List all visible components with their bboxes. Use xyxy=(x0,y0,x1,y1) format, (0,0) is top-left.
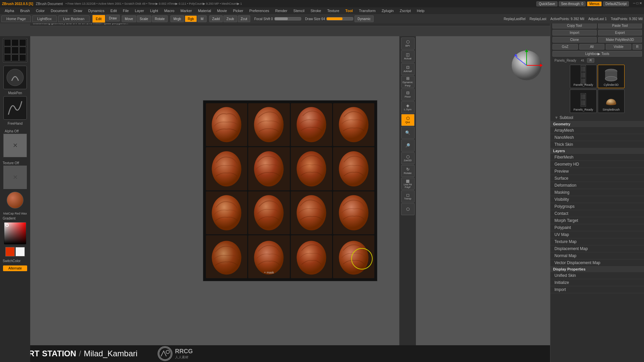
menu-picker[interactable]: Picker xyxy=(230,8,246,13)
clone-btn[interactable]: Clone xyxy=(552,37,597,43)
cylinder3d-thumb[interactable]: Cylinder3D xyxy=(598,65,625,88)
displayproperties-item[interactable]: Display Properties xyxy=(550,266,644,272)
m-btn[interactable]: M xyxy=(198,15,206,22)
menu-tool[interactable]: Tool xyxy=(343,8,356,13)
surface-item[interactable]: Surface xyxy=(550,175,644,182)
goz-btn[interactable]: GoZ xyxy=(552,44,578,50)
floor-btn[interactable]: ⊟ Floor xyxy=(401,88,415,101)
zsub-btn[interactable]: Zsub xyxy=(223,15,237,22)
menu-material[interactable]: Material xyxy=(195,8,214,13)
nanomesh-item[interactable]: NanoMesh xyxy=(550,134,644,141)
bpr-btn[interactable]: ⬡ BPr xyxy=(401,38,415,50)
copy-tool-btn[interactable]: Copy Tool xyxy=(552,23,597,28)
all-btn[interactable]: All xyxy=(579,44,605,50)
alternate-btn[interactable]: Alternate xyxy=(3,265,27,271)
menu-help[interactable]: Help xyxy=(414,8,427,13)
menus-btn[interactable]: Menus xyxy=(587,1,602,6)
menu-zplugin[interactable]: Zplugin xyxy=(379,8,396,13)
initialize-item[interactable]: Initialize xyxy=(550,279,644,286)
contact-item[interactable]: Contact xyxy=(550,210,644,217)
brush-preview-grid[interactable] xyxy=(3,38,27,62)
search-icon-btn[interactable]: 🔍 xyxy=(401,127,415,139)
freehand-brush[interactable] xyxy=(3,96,27,120)
maskpen-brush[interactable] xyxy=(3,66,27,89)
lsym-btn[interactable]: ◈ L.Sym xyxy=(401,101,415,113)
menu-light[interactable]: Light xyxy=(148,8,161,13)
menu-transform[interactable]: Transform xyxy=(356,8,378,13)
menu-brush[interactable]: Brush xyxy=(17,8,33,13)
r-panels-btn[interactable]: R xyxy=(587,58,594,63)
thickskin-item[interactable]: Thick Skin xyxy=(550,141,644,148)
menu-layer[interactable]: Layer xyxy=(132,8,147,13)
polypaint-item[interactable]: Polypaint xyxy=(550,224,644,231)
arraymesh-item[interactable]: ArrayMesh xyxy=(550,127,644,134)
deformation-item[interactable]: Deformation xyxy=(550,182,644,189)
menu-draw[interactable]: Draw xyxy=(71,8,85,13)
aahalf-btn[interactable]: ⊡ AAHalf xyxy=(401,63,415,75)
visibility-item[interactable]: Visibility xyxy=(550,196,644,203)
import2-item[interactable]: Import xyxy=(550,286,644,293)
bottom-icon-btn[interactable]: ⬡ xyxy=(401,203,415,215)
subtool-item[interactable]: ▼ Subtool xyxy=(550,114,644,121)
export-btn[interactable]: Export xyxy=(598,30,642,36)
actual-btn[interactable]: ◫ Actual xyxy=(401,50,415,62)
dynamic-btn[interactable]: Dynamic xyxy=(355,15,374,22)
replay-last-rel[interactable]: ReplayLastRel xyxy=(504,17,526,21)
mrgb-btn[interactable]: Mrgb xyxy=(170,15,184,22)
paste-tool-btn[interactable]: Paste Tool xyxy=(598,23,642,28)
menu-document[interactable]: Document xyxy=(48,8,70,13)
zadd-btn[interactable]: Zadd xyxy=(209,15,223,22)
geometry-item[interactable]: Geometry xyxy=(550,121,644,127)
see-through-btn[interactable]: See-through: 0 xyxy=(559,1,586,6)
texture-thumb[interactable]: ✕ xyxy=(3,166,27,189)
draw-btn[interactable]: Draw xyxy=(106,15,120,21)
make-polymesh-btn[interactable]: Make PolyMesh3D xyxy=(598,37,642,43)
menu-edit[interactable]: Edit xyxy=(108,8,119,13)
rotate-icon-btn[interactable]: ↻ Rotate xyxy=(401,165,415,177)
menu-stencil[interactable]: Stencil xyxy=(291,8,307,13)
fibermesh-item[interactable]: FiberMesh xyxy=(550,154,644,161)
menu-dynamics[interactable]: Dynamics xyxy=(86,8,107,13)
search2-icon-btn[interactable]: 🔎 xyxy=(401,139,415,152)
swatch-white[interactable] xyxy=(15,247,25,256)
zcut-btn[interactable]: Zcut xyxy=(238,15,250,22)
panels-ready-thumb[interactable]: Panels_Ready xyxy=(570,65,597,88)
preview-item[interactable]: Preview xyxy=(550,168,644,175)
vectordisplacementmap-item[interactable]: Vector Displacement Map xyxy=(550,259,644,266)
qvz-btn[interactable]: ⬡ Qvz xyxy=(401,114,415,126)
uvmap-item[interactable]: UV Map xyxy=(550,231,644,238)
scale-btn[interactable]: Scale xyxy=(137,15,151,22)
linefill-btn[interactable]: ▦ Line Fill PolyF xyxy=(401,178,415,190)
transp-btn[interactable]: ◻ Transp xyxy=(401,190,415,202)
unifiedskin-item[interactable]: Unified Skin xyxy=(550,272,644,279)
dynamic-perp-btn[interactable]: ⊞ Dynamic Perp xyxy=(401,76,415,88)
edit-btn[interactable]: Edit xyxy=(92,15,105,23)
geometryhd-item[interactable]: Geometry HD xyxy=(550,161,644,168)
morphtarget-item[interactable]: Morph Target xyxy=(550,217,644,224)
quicksave-btn[interactable]: QuickSave xyxy=(536,1,557,6)
panels-ready-thumb2[interactable]: Panels_Ready xyxy=(570,89,597,113)
matcap-preview[interactable] xyxy=(7,192,23,208)
menu-render[interactable]: Render xyxy=(273,8,290,13)
tab-homepage[interactable]: Home Page xyxy=(1,15,31,22)
masking-item[interactable]: Masking xyxy=(550,189,644,196)
tab-liveboolean[interactable]: Live Boolean xyxy=(58,15,90,22)
normalmap-item[interactable]: Normal Map xyxy=(550,252,644,259)
alpha-thumb[interactable]: ✕ xyxy=(3,134,27,157)
menu-zscript[interactable]: Zscript xyxy=(397,8,414,13)
rotate-btn[interactable]: Rotate xyxy=(152,15,168,22)
displacementmap-item[interactable]: Displacement Map xyxy=(550,245,644,252)
menu-alpha[interactable]: Alpha xyxy=(2,8,17,13)
canvas-area[interactable]: + mask xyxy=(30,36,550,345)
polygroups-item[interactable]: Polygroups xyxy=(550,203,644,210)
zoeisd-btn[interactable]: ⬡ ZoeISD xyxy=(401,152,415,164)
menu-color[interactable]: Color xyxy=(33,8,47,13)
menu-macro[interactable]: Macro xyxy=(161,8,177,13)
navigation-cube[interactable] xyxy=(506,44,547,84)
move-btn[interactable]: Move xyxy=(122,15,136,22)
menu-stroke[interactable]: Stroke xyxy=(308,8,324,13)
swatch-red[interactable] xyxy=(5,247,15,256)
visible-btn[interactable]: Visible xyxy=(606,44,631,50)
r-btn[interactable]: R xyxy=(633,44,642,50)
color-picker[interactable] xyxy=(4,222,26,244)
